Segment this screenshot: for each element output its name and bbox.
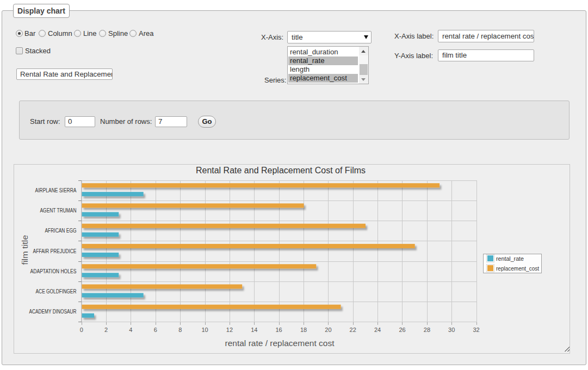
svg-text:ACE GOLDFINGER: ACE GOLDFINGER — [36, 289, 77, 294]
svg-text:replacement_cost: replacement_cost — [496, 265, 539, 272]
svg-text:AFRICAN EGG: AFRICAN EGG — [45, 228, 77, 234]
svg-text:4: 4 — [129, 327, 132, 333]
svg-text:6: 6 — [154, 327, 157, 333]
svg-text:12: 12 — [226, 327, 233, 333]
svg-text:Rental Rate and Replacement Co: Rental Rate and Replacement Cost of Film… — [196, 166, 366, 175]
svg-text:8: 8 — [178, 327, 182, 333]
svg-text:16: 16 — [275, 327, 282, 333]
svg-text:AIRPLANE SIERRA: AIRPLANE SIERRA — [35, 187, 77, 193]
svg-text:AFFAIR PREJUDICE: AFFAIR PREJUDICE — [33, 248, 77, 254]
svg-text:22: 22 — [350, 327, 356, 333]
svg-text:30: 30 — [448, 327, 455, 333]
svg-text:32: 32 — [473, 327, 479, 333]
svg-text:24: 24 — [374, 327, 381, 333]
svg-text:28: 28 — [424, 327, 430, 333]
svg-text:2: 2 — [104, 327, 108, 333]
svg-text:18: 18 — [300, 327, 307, 333]
svg-text:20: 20 — [325, 327, 331, 333]
svg-text:0: 0 — [80, 327, 83, 333]
svg-text:AGENT TRUMAN: AGENT TRUMAN — [40, 208, 77, 214]
svg-text:26: 26 — [399, 327, 405, 333]
svg-text:film title: film title — [20, 235, 29, 265]
svg-text:rental rate / replacement cost: rental rate / replacement cost — [225, 338, 335, 348]
svg-text:ADAPTATION HOLES: ADAPTATION HOLES — [30, 268, 77, 274]
svg-text:10: 10 — [201, 327, 208, 333]
svg-text:ACADEMY DINOSAUR: ACADEMY DINOSAUR — [29, 309, 77, 315]
svg-text:rental_rate: rental_rate — [496, 255, 524, 262]
svg-text:14: 14 — [251, 327, 257, 333]
